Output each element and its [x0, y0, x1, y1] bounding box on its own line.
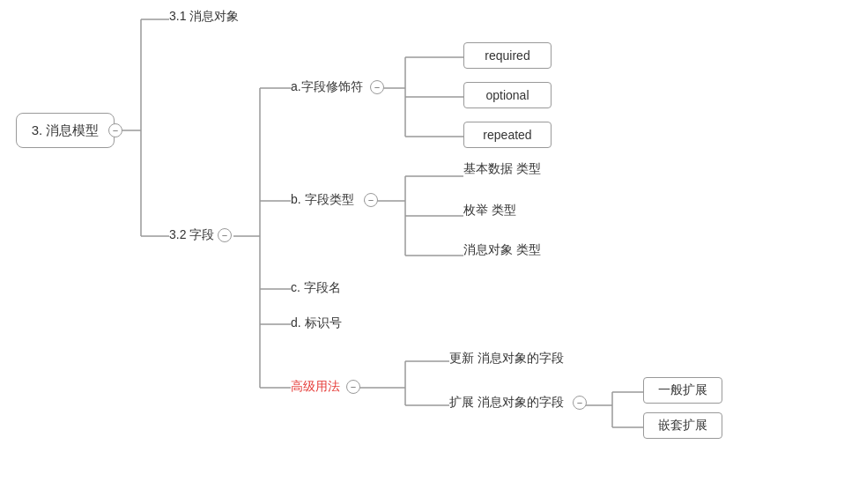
root-label: 3. 消息模型 — [32, 122, 100, 139]
root-collapse[interactable]: − — [108, 123, 122, 137]
nb-collapse[interactable]: − — [364, 193, 378, 207]
nadv-collapse[interactable]: − — [346, 380, 360, 394]
node-31: 3.1 消息对象 — [169, 9, 239, 25]
node-c: c. 字段名 — [291, 280, 341, 296]
node-optional: optional — [463, 82, 552, 108]
node-general: 一般扩展 — [643, 377, 722, 404]
node-a: a.字段修饰符 — [291, 79, 363, 95]
node-repeated: repeated — [463, 122, 552, 148]
node-adv: 高级用法 — [291, 379, 340, 395]
node-required: required — [463, 42, 552, 69]
node-update: 更新 消息对象的字段 — [449, 351, 564, 367]
node-d: d. 标识号 — [291, 315, 342, 331]
node-extend: 扩展 消息对象的字段 — [449, 395, 564, 411]
node-enum: 枚举 类型 — [463, 203, 516, 219]
na-collapse[interactable]: − — [370, 80, 384, 94]
node-nested: 嵌套扩展 — [643, 412, 722, 439]
mindmap-diagram: 3. 消息模型 − 3.1 消息对象 3.2 字段 − a.字段修饰符 − b.… — [0, 0, 844, 504]
root-node: 3. 消息模型 — [16, 113, 115, 148]
extend-collapse[interactable]: − — [573, 396, 587, 410]
node-b: b. 字段类型 — [291, 192, 354, 208]
node-msg: 消息对象 类型 — [463, 242, 541, 258]
n32-collapse[interactable]: − — [218, 228, 232, 242]
node-32: 3.2 字段 — [169, 227, 214, 243]
node-basic: 基本数据 类型 — [463, 161, 541, 177]
